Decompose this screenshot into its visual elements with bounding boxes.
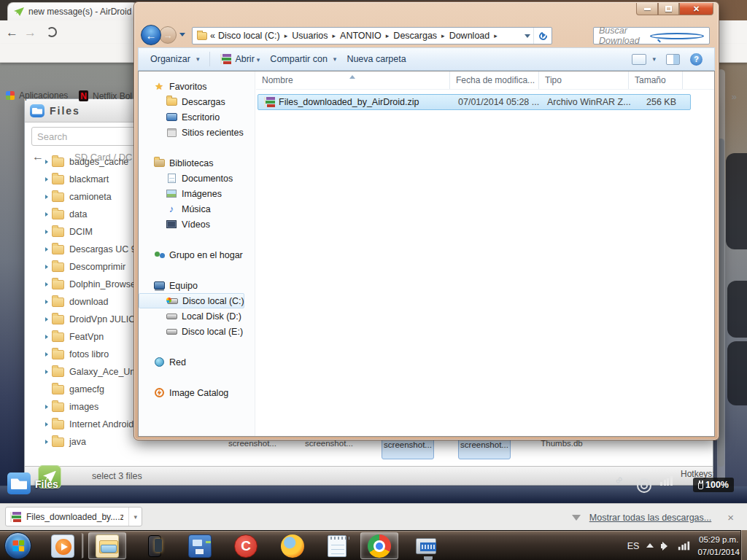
sidebar-item-disco-local-c-[interactable]: Disco local (C:) xyxy=(139,293,244,308)
bookmark-apps[interactable]: Aplicaciones xyxy=(6,90,68,101)
expand-arrow-icon[interactable] xyxy=(45,247,48,252)
sidebar-item-im-genes[interactable]: Imágenes xyxy=(139,186,255,201)
download-bar-close-icon[interactable]: × xyxy=(727,511,734,524)
history-dropdown-icon[interactable] xyxy=(179,33,185,39)
organize-button[interactable]: Organizar xyxy=(150,54,199,64)
sidebar-item-disco-local-e-[interactable]: Disco local (E:) xyxy=(139,324,255,339)
bookmark-netflix[interactable]: N Netflix Bol xyxy=(79,90,132,101)
breadcrumb-segment[interactable]: Download xyxy=(449,31,490,41)
column-header[interactable]: Tipo xyxy=(539,71,629,89)
breadcrumb-segment[interactable]: Disco local (C:) xyxy=(218,31,280,41)
desktop-widget[interactable] xyxy=(726,153,747,249)
download-item-caret[interactable]: ▾ xyxy=(128,508,137,526)
breadcrumb-dropdown-icon[interactable] xyxy=(525,34,530,41)
tree-folder-blackmart[interactable]: blackmart xyxy=(25,171,134,188)
file-row[interactable]: Files_downloaded_by_AirDroid.zip07/01/20… xyxy=(258,94,691,110)
expand-arrow-icon[interactable] xyxy=(45,422,48,427)
tray-clock[interactable]: 05:29 p.m. 07/01/2014 xyxy=(697,534,740,558)
taskbar-button-settings[interactable] xyxy=(181,532,219,559)
grid-file-item[interactable]: screenshot... xyxy=(458,438,511,459)
desktop-widget[interactable] xyxy=(727,281,747,338)
expand-arrow-icon[interactable] xyxy=(45,212,48,217)
tree-folder-java[interactable]: java xyxy=(25,433,134,451)
tree-folder-camioneta[interactable]: camioneta xyxy=(25,188,134,206)
expand-arrow-icon[interactable] xyxy=(45,282,48,287)
breadcrumb-segment[interactable]: Usuarios xyxy=(292,31,328,41)
tree-folder-descomprimir[interactable]: Descomprimir xyxy=(25,258,134,276)
sidebar-item-image-catalog[interactable]: Image Catalog xyxy=(139,385,255,400)
expand-arrow-icon[interactable] xyxy=(45,317,48,322)
sidebar-item-local-disk-d-[interactable]: Local Disk (D:) xyxy=(139,308,255,324)
sidebar-item-grupo-en-el-hogar[interactable]: Grupo en el hogar xyxy=(139,247,255,262)
close-button[interactable]: ✕ xyxy=(679,3,713,15)
tree-folder-badges-cache[interactable]: badges_cache xyxy=(25,153,134,171)
refresh-zone[interactable] xyxy=(533,28,547,44)
share-button[interactable]: Compartir con xyxy=(270,54,336,64)
signal-bars-icon[interactable] xyxy=(660,476,673,486)
open-button[interactable]: Abrir xyxy=(220,54,260,64)
show-all-downloads-link[interactable]: Mostrar todas las descargas... xyxy=(589,513,711,523)
column-header[interactable]: Nombre xyxy=(256,71,450,89)
desktop-widget[interactable] xyxy=(727,341,747,405)
taskbar-button-explorer[interactable] xyxy=(88,532,126,559)
explorer-back-button[interactable]: ← xyxy=(141,25,161,45)
explorer-search-box[interactable]: Buscar Download xyxy=(593,27,710,44)
views-button[interactable] xyxy=(632,54,656,65)
maximize-button[interactable] xyxy=(658,3,679,15)
explorer-forward-button[interactable]: → xyxy=(159,26,177,44)
breadcrumb-segment[interactable]: Descargas xyxy=(393,31,437,41)
sidebar-item-red[interactable]: Red xyxy=(139,354,255,370)
expand-arrow-icon[interactable] xyxy=(45,440,48,444)
browser-tab[interactable]: new message(s) - AirDroid xyxy=(7,2,139,20)
sidebar-item-escritorio[interactable]: Escritorio xyxy=(139,109,255,125)
battery-indicator[interactable]: 100% xyxy=(693,478,734,492)
sidebar-item-favoritos[interactable]: Favoritos xyxy=(139,79,255,94)
expand-arrow-icon[interactable] xyxy=(45,265,48,269)
expand-arrow-icon[interactable] xyxy=(45,335,48,339)
taskbar-button-phone[interactable] xyxy=(136,532,174,559)
language-indicator[interactable]: ES xyxy=(627,541,640,551)
minimize-button[interactable] xyxy=(636,3,658,15)
grid-file-item[interactable]: screenshot... xyxy=(382,438,434,459)
column-header[interactable]: Fecha de modifica... xyxy=(450,71,539,89)
expand-arrow-icon[interactable] xyxy=(45,405,48,409)
tree-folder-featvpn[interactable]: FeatVpn xyxy=(25,328,134,346)
expand-arrow-icon[interactable] xyxy=(45,160,48,164)
taskbar-button-wmp[interactable] xyxy=(44,532,82,559)
tree-folder-fotos-libro[interactable]: fotos libro xyxy=(25,346,134,363)
volume-icon[interactable] xyxy=(661,541,670,551)
taskbar-button-notepad[interactable] xyxy=(318,532,356,559)
browser-back-button[interactable]: ← xyxy=(6,26,18,40)
expand-arrow-icon[interactable] xyxy=(45,195,48,199)
tree-folder-droidvpn-julio[interactable]: DroidVpn JULIO xyxy=(25,311,134,328)
taskbar-button-chrome[interactable] xyxy=(360,532,398,559)
tree-folder-data[interactable]: data xyxy=(25,206,134,223)
taskbar-button-firefox[interactable] xyxy=(274,532,311,559)
tree-folder-galaxy-ace-unlo[interactable]: Galaxy_Ace_Unlo xyxy=(25,363,134,381)
tree-folder-internet-android[interactable]: Internet Android xyxy=(25,416,134,433)
sidebar-item-m-sica[interactable]: Música xyxy=(139,201,255,217)
sidebar-item-bibliotecas[interactable]: Bibliotecas xyxy=(139,155,255,171)
browser-reload-button[interactable] xyxy=(47,27,57,37)
tree-folder-descargas-uc-9-2[interactable]: Descargas UC 9.2 xyxy=(25,241,134,258)
expand-arrow-icon[interactable] xyxy=(45,352,48,357)
sidebar-item-descargas[interactable]: Descargas xyxy=(139,94,255,109)
breadcrumb-segment[interactable]: ANTONIO xyxy=(340,31,382,41)
sidebar-item-sitios-recientes[interactable]: Sitios recientes xyxy=(139,125,255,140)
expand-arrow-icon[interactable] xyxy=(45,230,48,234)
start-button[interactable] xyxy=(4,532,31,559)
sidebar-item-v-deos[interactable]: Vídeos xyxy=(139,217,255,232)
taskbar-button-remote[interactable] xyxy=(407,532,445,559)
sidebar-item-documentos[interactable]: Documentos xyxy=(139,171,255,186)
column-header[interactable]: Tamaño xyxy=(629,71,683,89)
help-button[interactable]: ? xyxy=(690,53,703,66)
bookmarks-overflow-chevron[interactable]: » xyxy=(732,91,737,102)
tree-folder-download[interactable]: download xyxy=(25,293,134,311)
download-item-button[interactable]: Files_downloaded_by....zip ▾ xyxy=(5,507,142,526)
expand-arrow-icon[interactable] xyxy=(45,300,48,304)
hidden-icons-chevron[interactable] xyxy=(646,540,654,548)
new-folder-button[interactable]: Nueva carpeta xyxy=(347,54,406,64)
expand-arrow-icon[interactable] xyxy=(45,370,48,374)
tree-folder-gamecfg[interactable]: gamecfg xyxy=(25,381,134,398)
show-desktop-button[interactable] xyxy=(740,530,747,560)
